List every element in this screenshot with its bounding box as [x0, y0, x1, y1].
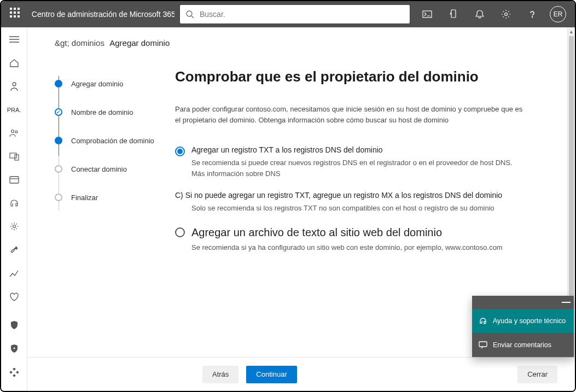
svg-rect-18 — [13, 368, 16, 371]
breadcrumb: &gt; dominios Agregar dominio — [27, 27, 575, 54]
step-finish[interactable]: Finalizar — [55, 183, 170, 212]
search-icon — [185, 10, 194, 19]
step-verify-domain[interactable]: Comprobación de dominio — [55, 126, 170, 155]
continue-button[interactable]: Continuar — [246, 366, 296, 383]
svg-point-16 — [13, 225, 15, 228]
option-title: Agregar un archivo de texto al sitio web… — [191, 226, 503, 239]
footer-bar: Atrás Continuar Cerrar — [27, 357, 575, 391]
help-panel: Ayuda y soporte técnico Enviar comentari… — [472, 296, 574, 357]
back-button[interactable]: Atrás — [202, 366, 238, 383]
svg-point-10 — [11, 130, 14, 133]
svg-line-1 — [191, 16, 194, 18]
step-label: Conectar dominio — [71, 165, 127, 173]
nav-setup-icon[interactable] — [3, 241, 25, 259]
step-label: Finalizar — [71, 194, 98, 202]
nav-compliance-icon[interactable] — [3, 340, 25, 358]
svg-rect-21 — [16, 371, 19, 374]
nav-reports-icon[interactable] — [3, 265, 25, 283]
nav-billing-icon[interactable] — [3, 171, 25, 189]
help-support-label: Ayuda y soporte técnico — [493, 317, 566, 325]
top-icons: ER — [415, 1, 569, 27]
top-bar: Centro de administración de Microsoft 36… — [1, 1, 575, 27]
help-support-row[interactable]: Ayuda y soporte técnico — [472, 309, 574, 333]
search-input[interactable] — [200, 10, 404, 19]
step-label: Agregar dominio — [71, 80, 123, 88]
svg-point-5 — [532, 16, 532, 17]
svg-rect-14 — [10, 177, 19, 183]
nav-devices-icon[interactable] — [3, 148, 25, 166]
nav-security-icon[interactable] — [3, 317, 25, 335]
nav-admin-centers-icon[interactable] — [3, 364, 25, 382]
step-label: Nombre de dominio — [71, 108, 133, 116]
option-mx-title: C) Si no puede agregar un registro TXT, … — [175, 191, 525, 200]
option-mx-desc: Solo se recomienda si los registros TXT … — [191, 204, 531, 212]
step-connect-domain[interactable]: Conectar dominio — [55, 155, 170, 183]
svg-point-0 — [187, 11, 192, 16]
notifications-icon[interactable] — [468, 1, 492, 27]
nav-text-pra[interactable]: PRA. — [3, 101, 25, 119]
breadcrumb-prev[interactable]: &gt; dominios — [55, 38, 104, 48]
step-label: Comprobación de dominio — [71, 137, 154, 145]
page-title: Comprobar que es el propietario del domi… — [175, 68, 555, 85]
feedback-label: Enviar comentarios — [493, 341, 551, 349]
shell-console-icon[interactable] — [415, 1, 439, 27]
nav-home-icon[interactable] — [3, 54, 25, 72]
option-txt-record[interactable]: Agregar un registro TXT a los registros … — [175, 145, 525, 179]
nav-support-icon[interactable] — [3, 194, 25, 212]
step-add-domain[interactable]: Agregar dominio — [55, 69, 170, 98]
breadcrumb-current: Agregar dominio — [109, 38, 170, 48]
nav-rail: PRA. — [1, 27, 27, 391]
nav-health-icon[interactable] — [3, 288, 25, 306]
main-area: ▲ ▼ &gt; dominios Agregar dominio Agrega… — [27, 27, 575, 391]
option-desc: Se recomienda si puede crear nuevos regi… — [191, 157, 525, 179]
svg-point-17 — [13, 348, 15, 349]
svg-rect-20 — [10, 371, 13, 374]
svg-point-11 — [15, 131, 18, 133]
minimize-icon[interactable] — [562, 302, 571, 303]
scroll-up-icon[interactable]: ▲ — [568, 27, 575, 36]
shell: PRA. ▲ ▼ &gt; dominios Agregar dominio — [1, 27, 575, 391]
svg-point-4 — [505, 13, 508, 16]
option-text-file[interactable]: Agregar un archivo de texto al sitio web… — [175, 226, 525, 253]
search-box[interactable] — [180, 5, 410, 24]
headset-icon — [479, 317, 487, 325]
help-icon[interactable] — [520, 1, 544, 27]
step-list: Agregar dominio ✓Nombre de dominio Compr… — [55, 54, 170, 351]
option-desc: Se recomienda si ya ha configurado un si… — [191, 242, 503, 253]
nav-users-icon[interactable] — [3, 78, 25, 96]
mobile-icon[interactable] — [441, 1, 466, 27]
svg-rect-2 — [423, 11, 432, 17]
radio-icon[interactable] — [175, 147, 185, 156]
settings-gear-icon[interactable] — [494, 1, 518, 27]
user-avatar[interactable]: ER — [550, 6, 566, 22]
close-button[interactable]: Cerrar — [517, 366, 557, 383]
help-panel-header[interactable] — [472, 296, 574, 309]
search-container — [180, 5, 410, 24]
feedback-row[interactable]: Enviar comentarios — [472, 333, 574, 357]
nav-groups-icon[interactable] — [3, 124, 25, 142]
nav-collapse-icon[interactable] — [3, 31, 25, 49]
svg-rect-22 — [479, 342, 487, 347]
app-launcher-icon[interactable] — [10, 8, 23, 21]
svg-rect-19 — [13, 374, 16, 377]
option-title: Agregar un registro TXT a los registros … — [191, 145, 525, 154]
nav-settings-icon[interactable] — [3, 218, 25, 236]
svg-point-9 — [13, 83, 16, 86]
app-title: Centro de administración de Microsoft 36… — [32, 10, 174, 19]
svg-rect-3 — [451, 10, 456, 17]
svg-rect-12 — [10, 153, 16, 158]
radio-icon[interactable] — [175, 227, 185, 237]
page-intro: Para poder configurar contoso.com, neces… — [175, 104, 525, 126]
step-domain-name[interactable]: ✓Nombre de dominio — [55, 98, 170, 126]
feedback-icon — [479, 341, 487, 349]
